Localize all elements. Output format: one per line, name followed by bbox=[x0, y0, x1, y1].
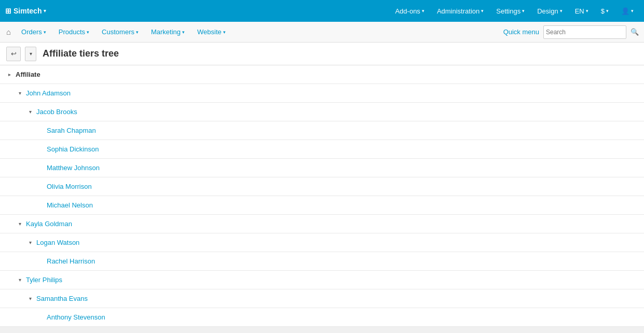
toggle-expanded-samantha-evans[interactable]: ▾ bbox=[26, 295, 34, 303]
user-caret: ▾ bbox=[631, 8, 634, 13]
tree-row-sophia-dickinson: ▸Sophia Dickinson bbox=[0, 140, 644, 159]
top-bar-right: Add-ons ▾ Administration ▾ Settings ▾ De… bbox=[390, 4, 639, 18]
nav-currency[interactable]: $ ▾ bbox=[596, 4, 614, 18]
node-link-logan-watson[interactable]: Logan Watson bbox=[36, 239, 79, 246]
tree-row-michael-nelson: ▸Michael Nelson bbox=[0, 196, 644, 215]
page-header: ↩ ▾ Affiliate tiers tree bbox=[0, 43, 644, 65]
nav-lang[interactable]: EN ▾ bbox=[570, 4, 594, 18]
tree-row-samantha-evans: ▾Samantha Evans bbox=[0, 289, 644, 308]
search-input[interactable] bbox=[543, 25, 626, 39]
second-bar-left: ⌂ Orders ▾ Products ▾ Customers ▾ Market… bbox=[2, 24, 232, 40]
website-caret: ▾ bbox=[223, 30, 226, 35]
design-caret: ▾ bbox=[560, 8, 563, 13]
logo[interactable]: ⊞ Simtech ▾ bbox=[5, 7, 46, 15]
second-bar-right: Quick menu 🔍 bbox=[503, 25, 642, 39]
tree-row-olivia-morrison: ▸Olivia Morrison bbox=[0, 177, 644, 196]
node-link-samantha-evans[interactable]: Samantha Evans bbox=[36, 295, 88, 302]
node-link-john-adamson[interactable]: John Adamson bbox=[26, 89, 71, 97]
tree-row-sarah-chapman: ▸Sarah Chapman bbox=[0, 121, 644, 140]
toggle-expanded-kayla-goldman[interactable]: ▾ bbox=[16, 220, 24, 228]
page-actions-dropdown[interactable]: ▾ bbox=[25, 47, 36, 61]
nav-settings[interactable]: Settings ▾ bbox=[491, 4, 530, 18]
settings-caret: ▾ bbox=[522, 8, 525, 13]
admin-caret: ▾ bbox=[481, 8, 484, 13]
page-title: Affiliate tiers tree bbox=[43, 48, 119, 59]
toggle-expanded-jacob-brooks[interactable]: ▾ bbox=[26, 108, 34, 116]
node-link-jacob-brooks[interactable]: Jacob Brooks bbox=[36, 108, 77, 116]
tree-row-logan-watson: ▾Logan Watson bbox=[0, 233, 644, 252]
tree-row-affiliate: ▸Affiliate bbox=[0, 65, 644, 84]
node-label-affiliate: Affiliate bbox=[16, 71, 40, 78]
logo-text: Simtech bbox=[13, 7, 42, 15]
back-button[interactable]: ↩ bbox=[6, 47, 21, 61]
second-bar: ⌂ Orders ▾ Products ▾ Customers ▾ Market… bbox=[0, 22, 644, 43]
tree-row-rachel-harrison: ▸Rachel Harrison bbox=[0, 252, 644, 271]
node-link-kayla-goldman[interactable]: Kayla Goldman bbox=[26, 220, 72, 228]
node-link-sophia-dickinson[interactable]: Sophia Dickinson bbox=[47, 145, 99, 153]
products-caret: ▾ bbox=[87, 30, 89, 35]
node-link-tyler-philips[interactable]: Tyler Philips bbox=[26, 276, 62, 284]
quick-menu-label[interactable]: Quick menu bbox=[503, 28, 539, 36]
node-link-michael-nelson[interactable]: Michael Nelson bbox=[47, 201, 93, 209]
lang-caret: ▾ bbox=[586, 8, 588, 13]
node-link-anthony-stevenson[interactable]: Anthony Stevenson bbox=[47, 313, 105, 321]
tree-row-matthew-johnson: ▸Matthew Johnson bbox=[0, 159, 644, 177]
logo-caret: ▾ bbox=[44, 8, 46, 13]
nav-website[interactable]: Website ▾ bbox=[191, 24, 232, 40]
nav-user[interactable]: 👤 ▾ bbox=[616, 4, 639, 18]
top-bar-left: ⊞ Simtech ▾ bbox=[5, 7, 46, 15]
search-button[interactable]: 🔍 bbox=[631, 28, 639, 36]
currency-caret: ▾ bbox=[606, 8, 609, 13]
nav-addons[interactable]: Add-ons ▾ bbox=[390, 4, 429, 18]
node-link-sarah-chapman[interactable]: Sarah Chapman bbox=[47, 127, 96, 134]
logo-icon: ⊞ bbox=[5, 7, 11, 15]
home-icon[interactable]: ⌂ bbox=[2, 24, 15, 39]
toggle-expanded-logan-watson[interactable]: ▾ bbox=[26, 239, 34, 247]
tree-container: ▸Affiliate▾John Adamson▾Jacob Brooks▸Sar… bbox=[0, 65, 644, 327]
tree-row-kayla-goldman: ▾Kayla Goldman bbox=[0, 215, 644, 233]
tree-row-jacob-brooks: ▾Jacob Brooks bbox=[0, 103, 644, 121]
tree-row-anthony-stevenson: ▸Anthony Stevenson bbox=[0, 308, 644, 327]
top-bar: ⊞ Simtech ▾ Add-ons ▾ Administration ▾ S… bbox=[0, 0, 644, 22]
nav-design[interactable]: Design ▾ bbox=[532, 4, 567, 18]
user-icon: 👤 bbox=[621, 7, 629, 15]
node-link-rachel-harrison[interactable]: Rachel Harrison bbox=[47, 257, 95, 265]
customers-caret: ▾ bbox=[136, 30, 139, 35]
addons-caret: ▾ bbox=[422, 8, 424, 13]
nav-customers[interactable]: Customers ▾ bbox=[95, 24, 145, 40]
toggle-expanded-john-adamson[interactable]: ▾ bbox=[16, 89, 24, 98]
marketing-caret: ▾ bbox=[182, 30, 185, 35]
nav-orders[interactable]: Orders ▾ bbox=[15, 24, 52, 40]
node-link-matthew-johnson[interactable]: Matthew Johnson bbox=[47, 164, 100, 172]
tree-row-tyler-philips: ▾Tyler Philips bbox=[0, 271, 644, 289]
tree-row-john-adamson: ▾John Adamson bbox=[0, 84, 644, 103]
nav-marketing[interactable]: Marketing ▾ bbox=[145, 24, 191, 40]
nav-products[interactable]: Products ▾ bbox=[52, 24, 95, 40]
orders-caret: ▾ bbox=[44, 30, 46, 35]
node-link-olivia-morrison[interactable]: Olivia Morrison bbox=[47, 183, 92, 190]
nav-administration[interactable]: Administration ▾ bbox=[432, 4, 489, 18]
toggle-expanded-tyler-philips[interactable]: ▾ bbox=[16, 276, 24, 284]
toggle-collapsed-affiliate[interactable]: ▸ bbox=[5, 71, 13, 79]
